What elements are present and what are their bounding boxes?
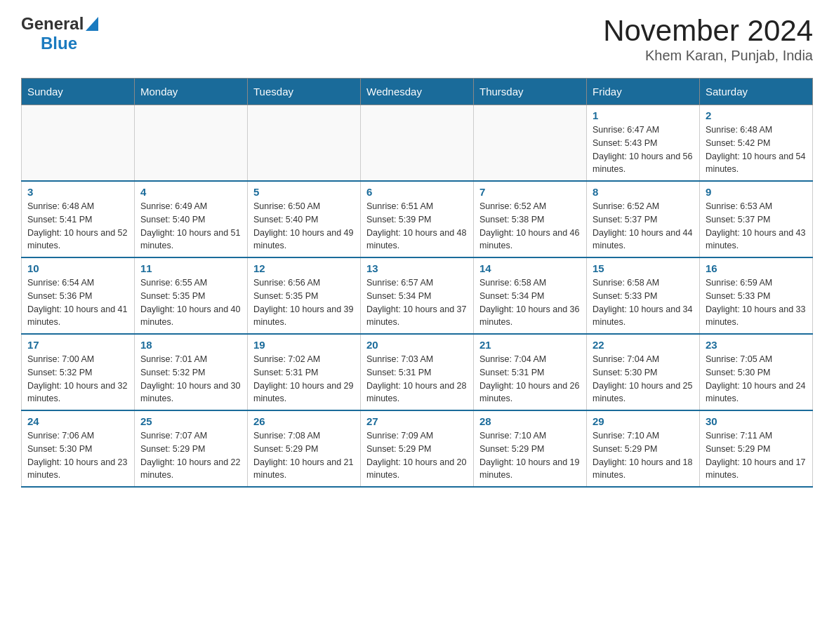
- day-info: Sunrise: 6:47 AMSunset: 5:43 PMDaylight:…: [593, 123, 694, 176]
- day-number: 21: [479, 339, 581, 351]
- calendar-cell: 25Sunrise: 7:07 AMSunset: 5:29 PMDayligh…: [135, 410, 248, 487]
- day-info: Sunrise: 7:02 AMSunset: 5:31 PMDaylight:…: [253, 353, 355, 405]
- day-number: 13: [366, 262, 468, 274]
- calendar-cell: [474, 105, 587, 182]
- calendar-cell: 19Sunrise: 7:02 AMSunset: 5:31 PMDayligh…: [248, 334, 361, 410]
- calendar-week-row: 17Sunrise: 7:00 AMSunset: 5:32 PMDayligh…: [22, 334, 813, 410]
- day-number: 9: [706, 186, 807, 198]
- weekday-header-tuesday: Tuesday: [248, 79, 361, 105]
- calendar-cell: 3Sunrise: 6:48 AMSunset: 5:41 PMDaylight…: [22, 181, 135, 257]
- day-info: Sunrise: 7:10 AMSunset: 5:29 PMDaylight:…: [593, 429, 694, 482]
- day-info: Sunrise: 6:48 AMSunset: 5:42 PMDaylight:…: [706, 123, 807, 176]
- calendar-cell: [248, 105, 361, 182]
- day-number: 11: [140, 262, 241, 274]
- calendar-cell: [135, 105, 248, 182]
- svg-marker-0: [86, 17, 98, 31]
- calendar-week-row: 3Sunrise: 6:48 AMSunset: 5:41 PMDaylight…: [22, 181, 813, 257]
- day-info: Sunrise: 6:58 AMSunset: 5:33 PMDaylight:…: [593, 276, 694, 329]
- calendar-week-row: 1Sunrise: 6:47 AMSunset: 5:43 PMDaylight…: [22, 105, 813, 182]
- calendar-cell: 30Sunrise: 7:11 AMSunset: 5:29 PMDayligh…: [700, 410, 813, 487]
- day-info: Sunrise: 6:51 AMSunset: 5:39 PMDaylight:…: [366, 200, 468, 253]
- day-number: 10: [27, 262, 128, 274]
- page-header: General Blue November 2024 Khem Karan, P…: [21, 14, 813, 64]
- day-number: 20: [366, 339, 468, 351]
- logo: General Blue: [21, 14, 98, 53]
- calendar-subtitle: Khem Karan, Punjab, India: [603, 48, 813, 64]
- calendar-cell: 4Sunrise: 6:49 AMSunset: 5:40 PMDaylight…: [135, 181, 248, 257]
- day-info: Sunrise: 7:06 AMSunset: 5:30 PMDaylight:…: [27, 429, 128, 482]
- logo-triangle-icon: [86, 17, 98, 34]
- calendar-table: SundayMondayTuesdayWednesdayThursdayFrid…: [21, 78, 813, 488]
- weekday-header-row: SundayMondayTuesdayWednesdayThursdayFrid…: [22, 79, 813, 105]
- title-block: November 2024 Khem Karan, Punjab, India: [603, 14, 813, 64]
- calendar-cell: 21Sunrise: 7:04 AMSunset: 5:31 PMDayligh…: [474, 334, 587, 410]
- calendar-cell: [361, 105, 474, 182]
- day-number: 8: [593, 186, 694, 198]
- day-info: Sunrise: 6:57 AMSunset: 5:34 PMDaylight:…: [366, 276, 468, 329]
- calendar-cell: 23Sunrise: 7:05 AMSunset: 5:30 PMDayligh…: [700, 334, 813, 410]
- calendar-cell: 1Sunrise: 6:47 AMSunset: 5:43 PMDaylight…: [587, 105, 700, 182]
- weekday-header-sunday: Sunday: [22, 79, 135, 105]
- calendar-cell: 12Sunrise: 6:56 AMSunset: 5:35 PMDayligh…: [248, 257, 361, 334]
- day-number: 23: [706, 339, 807, 351]
- day-number: 16: [706, 262, 807, 274]
- day-number: 26: [253, 415, 355, 427]
- day-number: 5: [253, 186, 355, 198]
- day-info: Sunrise: 6:54 AMSunset: 5:36 PMDaylight:…: [27, 276, 128, 329]
- calendar-week-row: 24Sunrise: 7:06 AMSunset: 5:30 PMDayligh…: [22, 410, 813, 487]
- day-info: Sunrise: 7:04 AMSunset: 5:30 PMDaylight:…: [593, 353, 694, 405]
- weekday-header-monday: Monday: [135, 79, 248, 105]
- day-number: 22: [593, 339, 694, 351]
- calendar-cell: 17Sunrise: 7:00 AMSunset: 5:32 PMDayligh…: [22, 334, 135, 410]
- calendar-cell: [22, 105, 135, 182]
- day-info: Sunrise: 6:53 AMSunset: 5:37 PMDaylight:…: [706, 200, 807, 253]
- calendar-cell: 5Sunrise: 6:50 AMSunset: 5:40 PMDaylight…: [248, 181, 361, 257]
- weekday-header-friday: Friday: [587, 79, 700, 105]
- day-number: 17: [27, 339, 128, 351]
- weekday-header-thursday: Thursday: [474, 79, 587, 105]
- day-number: 7: [479, 186, 581, 198]
- calendar-cell: 8Sunrise: 6:52 AMSunset: 5:37 PMDaylight…: [587, 181, 700, 257]
- day-info: Sunrise: 6:55 AMSunset: 5:35 PMDaylight:…: [140, 276, 241, 329]
- day-info: Sunrise: 7:09 AMSunset: 5:29 PMDaylight:…: [366, 429, 468, 482]
- day-info: Sunrise: 7:08 AMSunset: 5:29 PMDaylight:…: [253, 429, 355, 482]
- calendar-cell: 27Sunrise: 7:09 AMSunset: 5:29 PMDayligh…: [361, 410, 474, 487]
- day-info: Sunrise: 7:03 AMSunset: 5:31 PMDaylight:…: [366, 353, 468, 405]
- day-number: 3: [27, 186, 128, 198]
- day-info: Sunrise: 7:05 AMSunset: 5:30 PMDaylight:…: [706, 353, 807, 405]
- day-info: Sunrise: 6:52 AMSunset: 5:37 PMDaylight:…: [593, 200, 694, 253]
- day-info: Sunrise: 6:59 AMSunset: 5:33 PMDaylight:…: [706, 276, 807, 329]
- day-info: Sunrise: 6:50 AMSunset: 5:40 PMDaylight:…: [253, 200, 355, 253]
- calendar-cell: 6Sunrise: 6:51 AMSunset: 5:39 PMDaylight…: [361, 181, 474, 257]
- calendar-cell: 29Sunrise: 7:10 AMSunset: 5:29 PMDayligh…: [587, 410, 700, 487]
- day-number: 12: [253, 262, 355, 274]
- day-number: 15: [593, 262, 694, 274]
- calendar-cell: 15Sunrise: 6:58 AMSunset: 5:33 PMDayligh…: [587, 257, 700, 334]
- calendar-week-row: 10Sunrise: 6:54 AMSunset: 5:36 PMDayligh…: [22, 257, 813, 334]
- day-info: Sunrise: 6:56 AMSunset: 5:35 PMDaylight:…: [253, 276, 355, 329]
- day-info: Sunrise: 7:00 AMSunset: 5:32 PMDaylight:…: [27, 353, 128, 405]
- day-number: 14: [479, 262, 581, 274]
- calendar-cell: 2Sunrise: 6:48 AMSunset: 5:42 PMDaylight…: [700, 105, 813, 182]
- calendar-cell: 10Sunrise: 6:54 AMSunset: 5:36 PMDayligh…: [22, 257, 135, 334]
- calendar-cell: 16Sunrise: 6:59 AMSunset: 5:33 PMDayligh…: [700, 257, 813, 334]
- calendar-cell: 26Sunrise: 7:08 AMSunset: 5:29 PMDayligh…: [248, 410, 361, 487]
- day-number: 25: [140, 415, 241, 427]
- day-number: 19: [253, 339, 355, 351]
- calendar-cell: 22Sunrise: 7:04 AMSunset: 5:30 PMDayligh…: [587, 334, 700, 410]
- day-number: 28: [479, 415, 581, 427]
- day-number: 18: [140, 339, 241, 351]
- day-info: Sunrise: 6:48 AMSunset: 5:41 PMDaylight:…: [27, 200, 128, 253]
- day-info: Sunrise: 6:49 AMSunset: 5:40 PMDaylight:…: [140, 200, 241, 253]
- day-info: Sunrise: 7:04 AMSunset: 5:31 PMDaylight:…: [479, 353, 581, 405]
- logo-general-text: General: [21, 14, 84, 34]
- calendar-cell: 11Sunrise: 6:55 AMSunset: 5:35 PMDayligh…: [135, 257, 248, 334]
- calendar-cell: 18Sunrise: 7:01 AMSunset: 5:32 PMDayligh…: [135, 334, 248, 410]
- day-number: 6: [366, 186, 468, 198]
- day-info: Sunrise: 6:52 AMSunset: 5:38 PMDaylight:…: [479, 200, 581, 253]
- calendar-cell: 14Sunrise: 6:58 AMSunset: 5:34 PMDayligh…: [474, 257, 587, 334]
- calendar-cell: 24Sunrise: 7:06 AMSunset: 5:30 PMDayligh…: [22, 410, 135, 487]
- day-number: 4: [140, 186, 241, 198]
- day-number: 27: [366, 415, 468, 427]
- calendar-cell: 20Sunrise: 7:03 AMSunset: 5:31 PMDayligh…: [361, 334, 474, 410]
